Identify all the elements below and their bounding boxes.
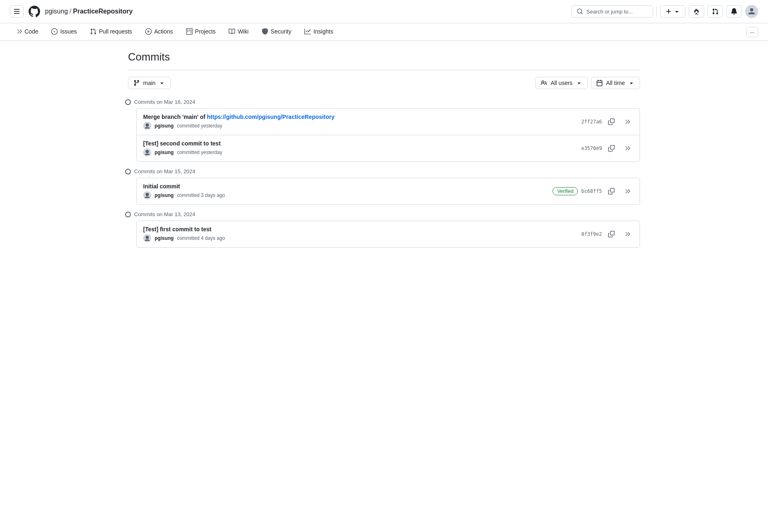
code-browse-icon <box>624 231 630 237</box>
issues-icon <box>51 28 58 35</box>
browse-code-button[interactable] <box>621 229 633 239</box>
date-row-mar13: Commits on Mar 13, 2024 <box>128 211 640 217</box>
hamburger-button[interactable] <box>10 5 24 18</box>
commit-info: [Test] second commit to test pgisung com… <box>143 140 581 156</box>
user-avatar[interactable] <box>745 5 758 18</box>
timeline-dot <box>125 212 131 217</box>
code-icon <box>16 28 22 35</box>
commit-avatar <box>143 191 151 199</box>
copy-sha-button[interactable] <box>605 143 618 154</box>
nav-actions[interactable]: Actions <box>139 23 179 40</box>
search-button[interactable]: Search or jump to... <box>571 5 653 18</box>
commit-message-text: [Test] first commit to test <box>143 226 211 232</box>
breadcrumb: pgisung / PracticeRepository <box>45 8 132 15</box>
date-label-mar13: Commits on Mar 13, 2024 <box>134 211 195 217</box>
copy-icon <box>608 118 615 125</box>
date-label-mar16: Commits on Mar 16, 2024 <box>134 99 195 105</box>
commit-group-mar13: Commits on Mar 13, 2024 [Test] first com… <box>128 211 640 248</box>
commits-container: Commits on Mar 16, 2024 Merge branch 'ma… <box>128 99 640 248</box>
commit-author[interactable]: pgisung <box>155 192 174 198</box>
chevron-down-icon <box>674 8 680 15</box>
pull-request-icon <box>712 8 719 15</box>
code-browse-icon <box>624 145 630 152</box>
commit-message: Merge branch 'main' of https://github.co… <box>143 114 581 120</box>
commit-message: [Test] second commit to test <box>143 140 581 147</box>
breadcrumb-repo[interactable]: PracticeRepository <box>73 8 133 15</box>
breadcrumb-owner[interactable]: pgisung <box>45 8 68 15</box>
copy-sha-button[interactable] <box>605 229 618 239</box>
browse-code-button[interactable] <box>621 186 633 197</box>
commit-group-mar16: Commits on Mar 16, 2024 Merge branch 'ma… <box>128 99 640 162</box>
nav-insights-label: Insights <box>313 28 333 35</box>
main-content: Commits main All users <box>118 41 650 259</box>
header-right: Search or jump to... <box>571 5 758 18</box>
github-logo <box>28 5 41 18</box>
verified-badge: Verified <box>552 187 578 195</box>
commit-card: Merge branch 'main' of https://github.co… <box>136 108 640 135</box>
filter-time-button[interactable]: All time <box>591 77 640 89</box>
commit-time: committed yesterday <box>177 150 222 155</box>
branch-selector-button[interactable]: main <box>128 77 171 89</box>
copy-icon <box>608 145 615 152</box>
commit-time: committed 3 days ago <box>177 192 225 198</box>
wiki-icon <box>229 28 235 35</box>
search-label: Search or jump to... <box>586 9 633 15</box>
insights-icon <box>304 28 311 35</box>
users-icon <box>541 80 547 86</box>
copy-icon <box>608 188 615 194</box>
notifications-button[interactable] <box>726 5 742 18</box>
users-chevron-icon <box>576 80 582 86</box>
nav-projects-label: Projects <box>195 28 216 35</box>
nav-issues[interactable]: Issues <box>45 23 82 40</box>
date-row-mar15: Commits on Mar 15, 2024 <box>128 168 640 174</box>
branch-icon <box>133 80 140 86</box>
nav-more-label: ··· <box>750 29 755 35</box>
commit-sha: bc68ff5 <box>581 188 602 194</box>
nav-insights[interactable]: Insights <box>299 23 339 40</box>
commit-message: [Test] first commit to test <box>143 226 581 232</box>
search-icon <box>577 8 583 15</box>
commit-actions: 2ff27a6 <box>581 116 633 127</box>
nav-security[interactable]: Security <box>256 23 297 40</box>
nav-pull-requests[interactable]: Pull requests <box>84 23 138 40</box>
commit-actions: Verified bc68ff5 <box>552 186 633 197</box>
commit-author[interactable]: pgisung <box>155 235 174 241</box>
commit-meta: pgisung committed yesterday <box>143 148 581 156</box>
page-title: Commits <box>128 51 640 70</box>
nav-wiki-label: Wiki <box>238 28 248 35</box>
actions-icon <box>145 28 152 35</box>
nav-wiki[interactable]: Wiki <box>223 23 254 40</box>
commit-author[interactable]: pgisung <box>155 123 174 129</box>
filter-users-button[interactable]: All users <box>535 77 588 89</box>
pull-requests-nav-button[interactable] <box>707 5 723 18</box>
commit-message: Initial commit <box>143 183 552 190</box>
copy-sha-button[interactable] <box>605 186 618 197</box>
browse-code-button[interactable] <box>621 116 633 127</box>
nav-code[interactable]: Code <box>10 23 44 40</box>
commit-sha: 8f3f9e2 <box>581 231 602 237</box>
date-row-mar16: Commits on Mar 16, 2024 <box>128 99 640 105</box>
code-browse-icon <box>624 118 630 125</box>
create-new-button[interactable] <box>660 5 685 18</box>
timeline-dot <box>125 99 131 105</box>
commit-message-link[interactable]: https://github.com/pgisung/PracticeRepos… <box>207 114 335 120</box>
copy-sha-button[interactable] <box>605 116 618 127</box>
commit-card: [Test] first commit to test pgisung comm… <box>136 221 640 248</box>
commit-card-inner: Initial commit pgisung committed 3 days … <box>137 178 640 204</box>
copilot-button[interactable] <box>689 5 704 18</box>
notifications-icon <box>731 8 737 15</box>
date-label-mar15: Commits on Mar 15, 2024 <box>134 168 195 174</box>
nav-pull-requests-label: Pull requests <box>99 28 132 35</box>
commit-info: Merge branch 'main' of https://github.co… <box>143 114 581 130</box>
commit-actions: e3570e9 <box>581 143 633 154</box>
branch-chevron-icon <box>159 80 165 86</box>
commit-info: Initial commit pgisung committed 3 days … <box>143 183 552 199</box>
browse-code-button[interactable] <box>621 143 633 154</box>
commit-author[interactable]: pgisung <box>155 150 174 155</box>
nav-more-button[interactable]: ··· <box>746 27 758 37</box>
time-chevron-icon <box>628 80 635 86</box>
security-icon <box>262 28 268 35</box>
commit-meta: pgisung committed 3 days ago <box>143 191 552 199</box>
avatar-icon <box>748 7 756 16</box>
nav-projects[interactable]: Projects <box>180 23 222 40</box>
